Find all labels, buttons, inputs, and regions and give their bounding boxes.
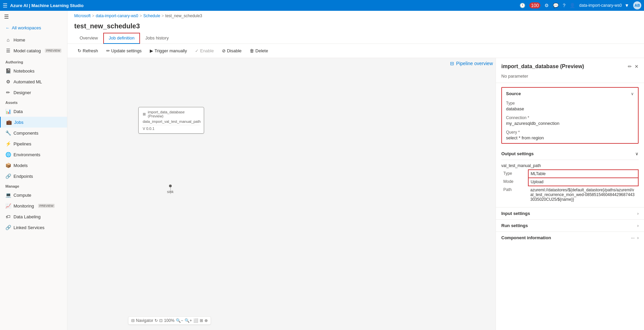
fit-icon[interactable]: ⊡ — [159, 318, 163, 323]
sidebar-item-data-labeling[interactable]: 🏷 Data Labeling — [0, 211, 67, 222]
preview-badge: PREVIEW — [45, 49, 62, 53]
workspace-selector[interactable]: data-import-canary-ws0 ▼ — [579, 3, 629, 8]
output-path-label: Path — [501, 186, 528, 203]
output-section-header[interactable]: Output settings ∨ — [501, 148, 639, 160]
sidebar-item-linked-services[interactable]: 🔗 Linked Services — [0, 222, 67, 233]
sidebar-item-models[interactable]: 📦 Models — [0, 160, 67, 171]
sidebar-item-pipelines[interactable]: ⚡ Pipelines — [0, 138, 67, 149]
user-icon[interactable]: 👤 — [569, 3, 575, 8]
canvas-node-subtitle: data_import_val_test_manual_path — [143, 119, 200, 123]
sidebar-label-compute: Compute — [13, 193, 31, 198]
delete-label: Delete — [255, 48, 268, 53]
zoom-out-icon[interactable]: 🔍− — [176, 318, 183, 323]
monitoring-icon: 📈 — [5, 203, 11, 209]
help-icon[interactable]: ? — [563, 3, 565, 8]
sidebar-hamburger[interactable]: ☰ — [0, 11, 67, 23]
component-info-chevron: › — [637, 236, 639, 240]
sidebar-section-nav: ⌂ Home ☰ Model catalog PREVIEW — [0, 33, 67, 57]
compute-icon: 💻 — [5, 192, 11, 198]
source-connection-field: Connection * my_azuresqldb_connection — [502, 114, 638, 129]
model-catalog-icon: ☰ — [5, 48, 11, 53]
hamburger-icon[interactable]: ☰ — [3, 2, 7, 9]
edit-panel-icon[interactable]: ✏ — [628, 64, 632, 69]
source-type-field: Type database — [502, 100, 638, 114]
notification-badge[interactable]: 100 — [529, 2, 540, 8]
sidebar-item-environments[interactable]: 🌐 Environments — [0, 149, 67, 160]
tab-job-definition[interactable]: Job definition — [103, 33, 140, 44]
tab-jobs-history[interactable]: Jobs history — [140, 33, 174, 44]
pipeline-overview-button[interactable]: ⊟ Pipeline overview — [450, 61, 493, 66]
sidebar-item-notebooks[interactable]: 📓 Notebooks — [0, 65, 67, 76]
sidebar-item-model-catalog[interactable]: ☰ Model catalog PREVIEW — [0, 45, 67, 56]
grid-icon[interactable]: ⊞ — [200, 318, 203, 323]
toolbar: ↻ Refresh ✏ Update settings ▶ Trigger ma… — [67, 44, 644, 58]
enable-button[interactable]: ✓ Enable — [192, 47, 217, 55]
component-info-row[interactable]: Component information ··· › — [496, 231, 644, 244]
trigger-manually-button[interactable]: ▶ Trigger manually — [146, 47, 190, 55]
breadcrumb-microsoft[interactable]: Microsoft — [74, 13, 91, 18]
expand-icon[interactable]: ⊕ — [204, 318, 208, 323]
sidebar-item-home[interactable]: ⌂ Home — [0, 34, 67, 45]
sidebar-item-components[interactable]: 🔧 Components — [0, 128, 67, 138]
sidebar-item-designer[interactable]: ✏ Designer — [0, 87, 67, 98]
source-section-title: Source — [506, 91, 521, 96]
canvas-node-header: ⊞ import_data_database (Preview) — [143, 110, 200, 118]
sidebar-label-data-labeling: Data Labeling — [13, 214, 40, 219]
sidebar-label-jobs: Jobs — [14, 120, 23, 125]
output-mode-row: Mode Upload — [501, 178, 638, 186]
sidebar-item-endpoints[interactable]: 🔗 Endpoints — [0, 171, 67, 182]
clock-icon[interactable]: 🕐 — [520, 3, 525, 8]
breadcrumb-schedule[interactable]: Schedule — [143, 13, 160, 18]
avatar[interactable]: AB — [633, 1, 641, 9]
output-subsection: val_test_manual_path Type MLTable Mode U… — [501, 161, 639, 203]
sidebar-item-automated-ml[interactable]: ⚙ Automated ML — [0, 76, 67, 87]
breadcrumb-workspace[interactable]: data-import-canary-ws0 — [96, 13, 138, 18]
tab-overview[interactable]: Overview — [74, 33, 103, 44]
delete-button[interactable]: 🗑 Delete — [246, 47, 272, 55]
panel-title: import_data_database (Preview) — [501, 63, 584, 70]
refresh-button[interactable]: ↻ Refresh — [74, 47, 102, 55]
sidebar-item-jobs[interactable]: 💼 Jobs — [0, 117, 67, 128]
sidebar-group-assets: Assets — [0, 98, 67, 106]
run-settings-row[interactable]: Run settings › — [496, 219, 644, 231]
settings-icon[interactable]: ⚙ — [544, 3, 549, 8]
canvas[interactable]: ⊟ Pipeline overview ⊞ import_data_databa… — [67, 58, 496, 330]
sidebar-item-monitoring[interactable]: 📈 Monitoring PREVIEW — [0, 200, 67, 211]
source-section-header[interactable]: Source ∨ — [502, 88, 638, 100]
output-mode-value: Upload — [528, 178, 638, 186]
canvas-node[interactable]: ⊞ import_data_database (Preview) data_im… — [138, 107, 204, 134]
sidebar-item-data[interactable]: 📊 Data — [0, 106, 67, 117]
disable-button[interactable]: ⊘ Disable — [219, 47, 245, 55]
sidebar-label-notebooks: Notebooks — [13, 68, 34, 74]
back-button[interactable]: ← All workspaces — [0, 23, 67, 33]
output-section: Output settings ∨ val_test_manual_path T… — [501, 148, 639, 203]
refresh-canvas-icon[interactable]: ↻ — [155, 318, 158, 323]
navigator-label: Navigator — [136, 318, 153, 323]
canvas-node-version: V 0.0.1 — [143, 125, 200, 131]
zoom-in-icon[interactable]: 🔍+ — [185, 318, 192, 323]
input-settings-row[interactable]: Input settings › — [496, 207, 644, 219]
automated-ml-icon: ⚙ — [5, 79, 11, 84]
update-settings-button[interactable]: ✏ Update settings — [103, 47, 145, 55]
top-bar-icons: 🕐 100 ⚙ 💬 ? 👤 data-import-canary-ws0 ▼ A… — [520, 1, 641, 9]
output-path-value: azureml://datastores/${default_datastore… — [528, 186, 638, 203]
main-layout: ☰ ← All workspaces ⌂ Home ☰ Model catalo… — [0, 11, 644, 330]
right-panel: import_data_database (Preview) ✏ ✕ No pa… — [496, 58, 644, 330]
output-path-row: Path azureml://datastores/${default_data… — [501, 186, 638, 203]
canvas-node-title: import_data_database (Preview) — [148, 110, 200, 118]
close-panel-icon[interactable]: ✕ — [635, 64, 639, 69]
output-subsection-name: val_test_manual_path — [501, 161, 639, 169]
panel-header-icons: ✏ ✕ — [628, 64, 639, 69]
frame-icon[interactable]: ⬜ — [193, 318, 198, 323]
output-type-label: Type — [501, 170, 528, 178]
source-section: Source ∨ Type database Connection * my_a… — [501, 87, 639, 144]
output-type-value: MLTable — [528, 170, 638, 178]
disable-icon: ⊘ — [222, 48, 226, 53]
input-settings-chevron: › — [637, 211, 639, 216]
sidebar-label-endpoints: Endpoints — [13, 174, 33, 179]
chat-icon[interactable]: 💬 — [553, 3, 559, 8]
back-label: All workspaces — [12, 25, 41, 30]
enable-label: Enable — [200, 48, 214, 53]
source-query-value: select * from region — [506, 135, 634, 140]
sidebar-item-compute[interactable]: 💻 Compute — [0, 190, 67, 200]
